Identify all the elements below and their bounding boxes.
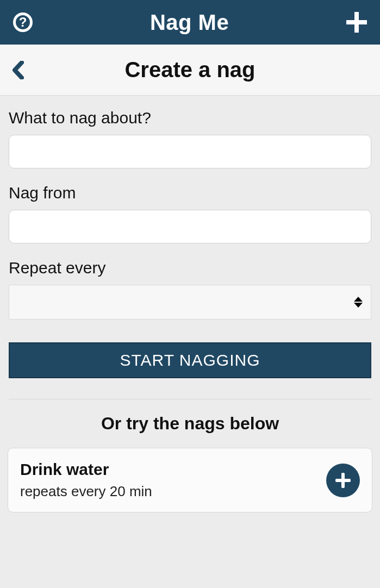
suggestion-title: Drink water: [20, 460, 152, 479]
field-group-from: Nag from: [9, 184, 371, 243]
help-icon[interactable]: ?: [13, 12, 33, 32]
top-bar: ? Nag Me: [0, 0, 380, 45]
svg-rect-1: [346, 20, 367, 24]
from-label: Nag from: [9, 184, 371, 202]
about-input[interactable]: [9, 135, 371, 168]
back-icon[interactable]: [10, 59, 26, 81]
repeat-label: Repeat every: [9, 259, 371, 277]
field-group-repeat: Repeat every: [9, 259, 371, 320]
divider: [9, 399, 371, 399]
field-group-about: What to nag about?: [9, 109, 371, 168]
about-label: What to nag about?: [9, 109, 371, 127]
form-area: What to nag about? Nag from Repeat every…: [0, 96, 380, 434]
suggestions-heading: Or try the nags below: [9, 414, 371, 434]
svg-rect-3: [335, 479, 351, 482]
start-nagging-button[interactable]: START NAGGING: [9, 342, 371, 378]
add-suggestion-button[interactable]: [326, 464, 360, 497]
sub-header: Create a nag: [0, 45, 380, 96]
add-icon[interactable]: [346, 12, 367, 33]
suggestion-card[interactable]: Drink water repeats every 20 min: [8, 448, 372, 512]
suggestion-subtitle: repeats every 20 min: [20, 483, 152, 500]
from-input[interactable]: [9, 210, 371, 243]
repeat-select[interactable]: [9, 285, 371, 320]
plus-icon: [334, 472, 352, 489]
app-title: Nag Me: [150, 10, 229, 35]
page-title: Create a nag: [0, 58, 380, 82]
